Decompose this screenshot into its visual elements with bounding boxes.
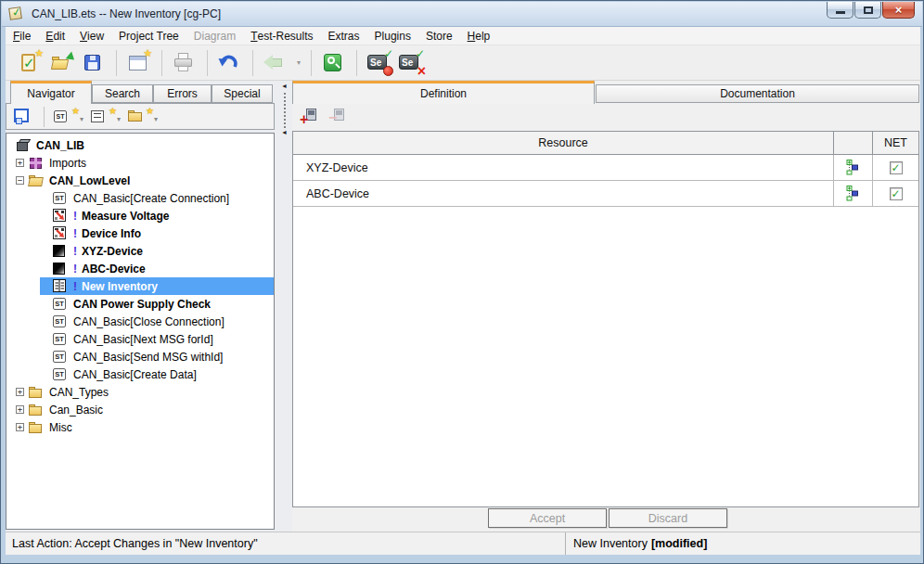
tree-item-can-lowlevel[interactable]: −CAN_LowLevel [6, 172, 274, 189]
menu-view[interactable]: View [72, 27, 111, 45]
menu-test-results[interactable]: Test-Results [243, 27, 320, 45]
tree-item-label: Misc [49, 421, 72, 434]
tab-special[interactable]: Special [212, 84, 273, 103]
main-area: NavigatorSearchErrorsSpecial ST★▾★▾★▾ CA… [6, 81, 920, 532]
view-toggle-icon[interactable] [12, 107, 32, 127]
maximize-button[interactable] [854, 2, 881, 19]
window-title: CAN_LIB.ets -- New Inventory [cg-PC] [32, 7, 221, 20]
menu-file[interactable]: File [6, 27, 38, 45]
folder-icon [29, 385, 44, 399]
modified-marker: ! [73, 280, 77, 293]
tree-item-label: Imports [49, 157, 86, 170]
tree-item-label: Measure Voltage [82, 210, 169, 223]
right-tabs: DefinitionDocumentation [292, 81, 920, 104]
testcase-icon: ST [53, 191, 68, 205]
tree-item-can-power-supply-check[interactable]: STCAN Power Supply Check [6, 295, 274, 313]
tree-item-new-inventory[interactable]: !New Inventory [6, 277, 274, 295]
browse-classes-icon[interactable] [320, 50, 348, 76]
table-header-row: Resource NET [293, 132, 918, 155]
column-header-net[interactable]: NET [873, 132, 918, 154]
column-header-resource[interactable]: Resource [293, 132, 834, 154]
tree-item-can-basic[interactable]: +Can_Basic [6, 401, 274, 418]
selenium-record-icon[interactable]: Se✓ [366, 50, 393, 76]
tree-item-can-lib[interactable]: CAN_LIB [6, 136, 274, 154]
menu-plugins[interactable]: Plugins [367, 27, 418, 45]
tree-item-can-basic-create-data[interactable]: STCAN_Basic[Create Data] [6, 365, 274, 383]
menu-extras[interactable]: Extras [321, 27, 367, 45]
tree-item-label: CAN Power Supply Check [73, 298, 211, 311]
tree-item-can-types[interactable]: +CAN_Types [6, 383, 274, 401]
tree-item-label: Device Info [82, 227, 141, 240]
add-resource-icon[interactable]: + [300, 107, 322, 127]
menu-store[interactable]: Store [418, 27, 460, 45]
inventory-icon [53, 279, 68, 293]
remove-resource-icon: − [327, 107, 350, 127]
tree-item-imports[interactable]: +Imports [6, 154, 274, 172]
tree-item-xyz-device[interactable]: !XYZ-Device [6, 242, 274, 260]
tab-definition[interactable]: Definition [292, 81, 595, 104]
menu-help[interactable]: Help [460, 27, 498, 45]
close-button[interactable]: × [882, 2, 915, 19]
tree-item-can-basic-close-connection[interactable]: STCAN_Basic[Close Connection] [6, 313, 274, 330]
menu-project-tree[interactable]: Project Tree [111, 27, 186, 45]
table-row-abc-device[interactable]: ABC-Device✓ [293, 181, 918, 207]
open-icon[interactable] [48, 50, 76, 76]
new-testcase-icon[interactable]: ST★▾ [52, 107, 85, 127]
save-icon[interactable] [80, 50, 108, 76]
tree-item-misc[interactable]: +Misc [6, 418, 274, 436]
resource-toolbar: +− [292, 103, 920, 131]
tree-expander[interactable]: + [16, 388, 24, 396]
tab-errors[interactable]: Errors [153, 84, 212, 103]
assign-resource-button[interactable] [846, 160, 861, 175]
tree-item-label: CAN_Basic[Create Data] [73, 368, 197, 381]
device-icon [53, 244, 68, 258]
net-checkbox[interactable]: ✓ [890, 161, 903, 174]
table-row-xyz-device[interactable]: XYZ-Device✓ [293, 155, 918, 181]
panel-splitter[interactable]: ◄ ◄ [276, 81, 292, 532]
window-controls: × [827, 2, 915, 19]
tab-search[interactable]: Search [92, 84, 153, 103]
net-checkbox[interactable]: ✓ [890, 187, 903, 200]
tree-item-device-info[interactable]: !Device Info [6, 224, 274, 242]
tree-item-can-basic-create-connection[interactable]: STCAN_Basic[Create Connection] [6, 189, 274, 207]
status-document: New Inventory[modified] [566, 537, 707, 550]
title-bar[interactable]: ✓ CAN_LIB.ets -- New Inventory [cg-PC] × [2, 2, 922, 27]
testcase-icon: ST [53, 297, 68, 311]
testcase-icon: ST [53, 314, 68, 328]
splitter-collapse-icon[interactable]: ◄ [281, 83, 288, 89]
tree-expander[interactable]: − [16, 176, 24, 185]
new-window-icon[interactable]: ★ [125, 50, 153, 76]
minimize-button[interactable] [827, 2, 853, 19]
tree-item-abc-device[interactable]: !ABC-Device [6, 260, 274, 277]
splitter-collapse-icon[interactable]: ◄ [281, 129, 288, 135]
tree-item-measure-voltage[interactable]: !Measure Voltage [6, 207, 274, 224]
resource-table: Resource NET XYZ-Device✓ABC-Device✓ [292, 131, 919, 507]
new-folder-icon[interactable]: ★▾ [126, 107, 160, 127]
menu-edit[interactable]: Edit [38, 27, 72, 45]
main-toolbar: ✓★★▾Se✓Se✓× [6, 45, 920, 81]
status-last-action: Last Action: Accept Changes in "New Inve… [6, 537, 565, 550]
tree-expander[interactable]: + [16, 423, 24, 431]
action-icon [53, 209, 68, 223]
tree-item-can-basic-next-msg-forid[interactable]: STCAN_Basic[Next MSG forId] [6, 330, 274, 348]
tree-expander[interactable]: + [16, 159, 24, 167]
splitter-grip[interactable] [284, 93, 286, 128]
assign-resource-button[interactable] [846, 186, 861, 201]
new-suite-icon[interactable]: ✓★ [17, 50, 45, 76]
tree-item-label: CAN_Basic[Send MSG withId] [73, 351, 223, 364]
accept-button: Accept [488, 508, 607, 528]
tree-item-can-basic-send-msg-withid[interactable]: STCAN_Basic[Send MSG withId] [6, 348, 274, 365]
tree-item-label: CAN_Basic[Close Connection] [73, 315, 225, 328]
status-doc-state: [modified] [651, 537, 707, 550]
tab-documentation[interactable]: Documentation [596, 84, 919, 103]
new-inventory-icon[interactable]: ★▾ [89, 107, 122, 127]
table-body: XYZ-Device✓ABC-Device✓ [293, 155, 918, 207]
testcase-icon: ST [53, 332, 68, 346]
left-panel: NavigatorSearchErrorsSpecial ST★▾★▾★▾ CA… [6, 81, 276, 532]
tree-expander[interactable]: + [16, 405, 24, 414]
tab-navigator[interactable]: Navigator [10, 81, 92, 104]
project-tree: CAN_LIB+Imports−CAN_LowLevelSTCAN_Basic[… [6, 133, 275, 530]
column-header-actions[interactable] [834, 132, 873, 154]
undo-icon[interactable] [216, 50, 244, 76]
selenium-stop-icon[interactable]: Se✓× [397, 50, 425, 76]
